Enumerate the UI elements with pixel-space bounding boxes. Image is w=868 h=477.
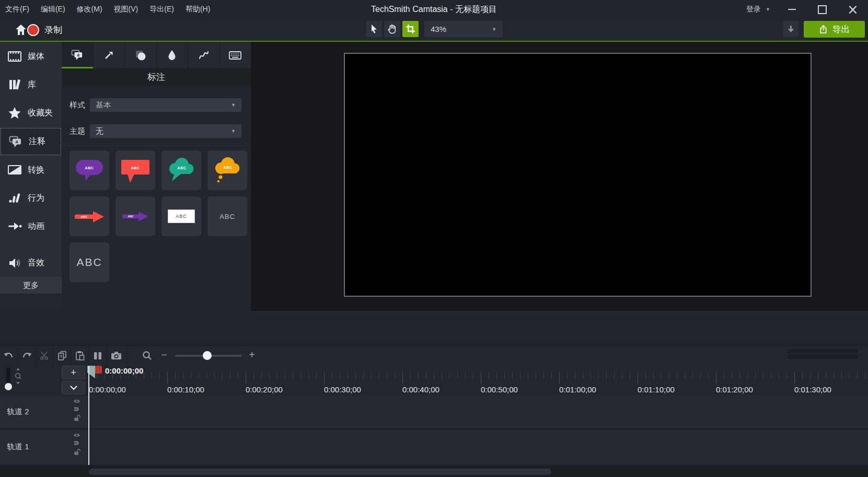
keystroke-tab[interactable] (220, 42, 251, 68)
track-header: 轨道 2 (0, 395, 88, 428)
droplet-icon (168, 50, 176, 61)
record-button[interactable]: 录制 (27, 21, 62, 38)
callout-tab[interactable]: a (62, 42, 94, 68)
crop-tool-button[interactable] (402, 21, 419, 37)
download-arrow-icon (786, 25, 795, 33)
playhead-grip[interactable] (95, 366, 102, 374)
export-button[interactable]: 导出 (804, 21, 865, 38)
home-icon (15, 24, 27, 36)
track-magnet-icon[interactable] (73, 405, 80, 413)
copy-button[interactable] (53, 345, 71, 366)
sidebar: 媒体 库 收藏夹 a 注释 转换 行为 动画 音效 更多 (0, 42, 62, 311)
add-track-button[interactable]: + (62, 366, 85, 379)
timeline-zoom-slider-knob[interactable] (203, 351, 212, 360)
callout-thumbnail-text-box[interactable]: ABC (161, 196, 201, 236)
redo-button[interactable] (18, 345, 36, 366)
sidebar-item-media[interactable]: 媒体 (0, 43, 62, 69)
ruler-label: 0:00:50;00 (481, 385, 518, 394)
playhead-line[interactable] (88, 366, 89, 465)
ruler-label: 0:01:00;00 (559, 385, 596, 394)
timeline-zoom-in-button[interactable]: + (246, 345, 258, 366)
timeline-footer (0, 465, 868, 477)
callout-thumbnail-arrow-purple[interactable]: ABC (115, 196, 155, 236)
track-visibility-eye-icon[interactable] (73, 433, 80, 438)
track-lock-icon[interactable] (73, 448, 80, 456)
track-row-1[interactable]: 轨道 1 (0, 429, 868, 464)
blur-tab[interactable] (157, 42, 189, 68)
sidebar-more-button[interactable]: 更多 (0, 277, 62, 294)
ruler-label: 0:01:30;00 (794, 385, 831, 394)
annotation-tabbar: a (62, 42, 251, 68)
timeline-scrollbar-pill-top (788, 349, 858, 353)
sidebar-item-library[interactable]: 库 (0, 72, 62, 98)
split-icon (93, 351, 102, 360)
redo-icon (21, 352, 32, 360)
undo-icon (4, 352, 14, 360)
callout-thumbnail-cloud[interactable]: ABC (161, 150, 201, 190)
timeline-horizontal-scrollbar[interactable] (89, 469, 551, 475)
track-header: 轨道 1 (0, 429, 88, 464)
pan-tool-button[interactable] (384, 21, 400, 37)
sidebar-item-label: 音效 (28, 258, 44, 269)
arrow-tab[interactable] (94, 42, 125, 68)
track-icon-column (73, 399, 80, 422)
track-lock-icon[interactable] (73, 414, 80, 422)
preview-canvas[interactable] (344, 53, 812, 297)
callout-thumbnail-arrow-red[interactable]: ABC (70, 196, 109, 236)
sidebar-item-behaviors[interactable]: 行为 (0, 185, 62, 211)
sidebar-item-transitions[interactable]: 转换 (0, 157, 62, 183)
callout-thumbnail-speech-bubble-rounded[interactable]: ABC (70, 150, 109, 190)
undo-button[interactable] (0, 345, 18, 366)
theme-value: 无 (96, 126, 103, 136)
cut-button[interactable] (36, 345, 53, 366)
ruler-label: 0:00:30;00 (324, 385, 361, 394)
record-icon (27, 24, 39, 36)
sidebar-item-audio-effects[interactable]: 音效 (0, 250, 62, 276)
sidebar-item-label: 库 (28, 79, 36, 90)
timeline-zoom-out-button[interactable]: − (158, 345, 170, 366)
maximize-icon (818, 5, 827, 14)
svg-text:ABC: ABC (128, 215, 134, 218)
scissors-icon (40, 351, 49, 360)
sidebar-item-favorites[interactable]: 收藏夹 (0, 100, 62, 126)
export-label: 导出 (832, 24, 850, 36)
callout-thumbnail-speech-bubble-rect[interactable]: ABC (115, 150, 155, 190)
ruler-label: 0:01:10;00 (638, 385, 675, 394)
panel-title: 标注 (62, 68, 251, 86)
track-visibility-eye-icon[interactable] (73, 399, 80, 404)
callout-thumbnail-thought-bubble[interactable]: ABC (207, 150, 247, 190)
canvas-zoom-select[interactable]: 43% ▼ (424, 21, 503, 37)
sidebar-item-animations[interactable]: 动画 (0, 213, 62, 239)
favorites-star-icon (7, 107, 22, 119)
sidebar-item-annotations[interactable]: a 注释 (1, 128, 61, 155)
download-button[interactable] (783, 21, 798, 37)
screenshot-button[interactable] (107, 345, 126, 366)
sketch-tab[interactable] (188, 42, 220, 68)
close-button[interactable]: × (841, 0, 864, 19)
collapse-tracks-button[interactable] (62, 381, 85, 394)
track-height-slider-knob[interactable] (5, 383, 12, 390)
main-toolbar: 录制 43% ▼ 导出 (0, 19, 868, 41)
svg-text:ABC: ABC (178, 166, 187, 170)
callout-thumbnail-plain-text[interactable]: ABC (207, 196, 247, 236)
library-icon (7, 79, 22, 90)
minimize-button[interactable] (780, 0, 803, 19)
track-row-2[interactable]: 轨道 2 (0, 395, 868, 428)
split-button[interactable] (89, 345, 107, 366)
paste-button[interactable] (71, 345, 89, 366)
shape-icon (135, 50, 146, 61)
cursor-icon (369, 24, 379, 34)
login-button[interactable]: 登录 ▼ (746, 0, 770, 19)
shape-tab[interactable] (125, 42, 157, 68)
track-icon-column (73, 433, 80, 456)
audio-effects-icon (7, 258, 22, 269)
maximize-button[interactable] (811, 0, 834, 19)
track-magnet-icon[interactable] (73, 439, 80, 447)
callout-thumbnail-plain-text-large[interactable]: ABC (70, 242, 109, 282)
annotations-panel: a 标注 样式 基本 ▼ 主题 无 ▼ (62, 42, 251, 311)
theme-select[interactable]: 无 ▼ (90, 124, 241, 138)
select-tool-button[interactable] (366, 21, 382, 37)
hand-icon (387, 24, 397, 34)
style-select[interactable]: 基本 ▼ (90, 98, 241, 112)
media-icon (7, 51, 22, 62)
